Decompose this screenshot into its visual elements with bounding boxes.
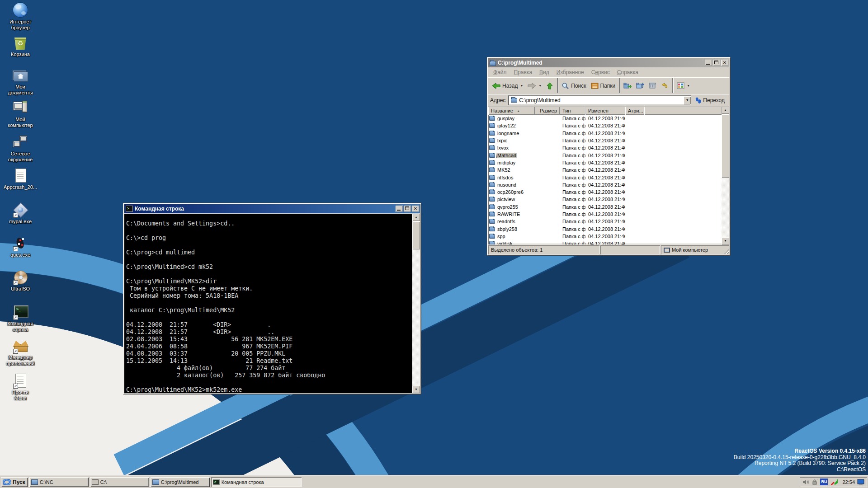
desktop-icon-label: qucs.exe bbox=[1, 252, 40, 258]
up-button[interactable] bbox=[544, 81, 556, 91]
menu-item[interactable]: Правка bbox=[511, 68, 536, 76]
menu-item[interactable]: Справка bbox=[614, 68, 642, 76]
console-scrollbar[interactable]: ▲ ▼ bbox=[412, 214, 420, 393]
desktop-icon[interactable]: Менеджер приложений bbox=[1, 338, 40, 366]
shortcut-arrow-icon bbox=[13, 384, 18, 389]
resize-grip[interactable] bbox=[723, 249, 729, 254]
desktop-icon[interactable]: mypal.exe bbox=[1, 202, 40, 225]
column-header[interactable]: Размер▲ bbox=[535, 107, 560, 115]
menu-item[interactable]: Вид bbox=[536, 68, 552, 76]
explorer-titlebar[interactable]: C:\prog\Multimed ✕ bbox=[488, 58, 729, 67]
folder-icon bbox=[489, 145, 495, 150]
taskbar-button[interactable]: Командная строка bbox=[211, 477, 302, 487]
desktop-icon-label: Корзина bbox=[1, 52, 40, 57]
file-row[interactable]: iplay122 Папка с ф... 04.12.2008 21:46 bbox=[488, 122, 722, 129]
desktop-icon[interactable]: qucs.exe bbox=[1, 236, 40, 258]
go-button[interactable]: Переход bbox=[691, 97, 727, 104]
desktop-icon[interactable]: UltraISO bbox=[1, 270, 40, 292]
desktop-icon-image bbox=[13, 100, 28, 115]
file-row[interactable]: lxpic Папка с ф... 04.12.2008 21:46 bbox=[488, 137, 722, 144]
desktop-icon[interactable]: Корзина bbox=[1, 35, 40, 57]
taskbar-button[interactable]: C:\NC bbox=[29, 477, 89, 487]
maximize-button[interactable] bbox=[713, 60, 720, 66]
address-input[interactable]: C:\prog\Multimed ▼ bbox=[508, 95, 691, 105]
file-row[interactable]: midiplay Папка с ф... 04.12.2008 21:46 bbox=[488, 159, 722, 166]
file-list-scrollbar[interactable]: ▲ ▼ bbox=[722, 107, 729, 244]
desktop-icon[interactable]: Appcrash_20... bbox=[1, 168, 40, 190]
copy-to-button[interactable] bbox=[634, 81, 646, 90]
file-row[interactable]: spp Папка с ф... 04.12.2008 21:46 bbox=[488, 233, 722, 240]
close-button[interactable]: ✕ bbox=[721, 60, 728, 66]
delete-button[interactable] bbox=[646, 81, 658, 90]
menu-item[interactable]: Файл bbox=[490, 68, 510, 76]
file-row[interactable]: sbply258 Папка с ф... 04.12.2008 21:46 bbox=[488, 225, 722, 232]
file-row[interactable]: gusplay Папка с ф... 04.12.2008 21:46 bbox=[488, 115, 722, 122]
console-window-icon bbox=[126, 206, 133, 212]
scroll-down-button[interactable]: ▼ bbox=[412, 386, 420, 393]
file-row[interactable]: ocp260pre6 Папка с ф... 04.12.2008 21:46 bbox=[488, 188, 722, 196]
network-activity-icon[interactable] bbox=[830, 479, 838, 485]
file-row[interactable]: ntfsdos Папка с ф... 04.12.2008 21:46 bbox=[488, 174, 722, 181]
desktop-icon[interactable]: Командная строка bbox=[1, 305, 40, 333]
desktop-icon[interactable]: Сетевое окружение bbox=[1, 135, 40, 163]
desktop-icon-label: Сетевое окружение bbox=[1, 151, 40, 163]
views-button[interactable]: ▼ bbox=[675, 81, 692, 90]
desktop-icon[interactable]: Мои документы bbox=[1, 68, 40, 96]
file-row[interactable]: nusound Папка с ф... 04.12.2008 21:46 bbox=[488, 181, 722, 188]
start-button[interactable]: Пуск bbox=[1, 477, 28, 487]
file-row[interactable]: readntfs Папка с ф... 04.12.2008 21:46 bbox=[488, 218, 722, 225]
scrollbar-thumb[interactable] bbox=[412, 221, 420, 249]
file-row[interactable]: RAWRITE Папка с ф... 04.12.2008 21:46 bbox=[488, 211, 722, 218]
address-label: Адрес bbox=[490, 97, 505, 103]
maximize-button[interactable] bbox=[404, 206, 411, 212]
file-row[interactable]: lxvox Папка с ф... 04.12.2008 21:46 bbox=[488, 144, 722, 151]
scroll-up-button[interactable]: ▲ bbox=[412, 214, 420, 221]
scroll-up-button[interactable]: ▲ bbox=[722, 107, 729, 114]
scrollbar-thumb[interactable] bbox=[722, 114, 729, 178]
show-desktop-icon[interactable] bbox=[857, 479, 864, 485]
file-row[interactable]: viddisk Папка с ф... 04.12.2008 21:46 bbox=[488, 240, 722, 244]
file-row[interactable]: pictview Папка с ф... 04.12.2008 21:46 bbox=[488, 196, 722, 203]
console-text: C:\Documents and Settings>cd.. C:\>cd pr… bbox=[126, 220, 325, 394]
file-row[interactable]: MK52 Папка с ф... 04.12.2008 21:46 bbox=[488, 166, 722, 174]
file-row[interactable]: longname Папка с ф... 04.12.2008 21:46 bbox=[488, 130, 722, 137]
scroll-down-button[interactable]: ▼ bbox=[722, 237, 729, 244]
file-row[interactable]: Mathcad Папка с ф... 04.12.2008 21:46 bbox=[488, 151, 722, 159]
desktop-icon[interactable]: Мой компьютер bbox=[1, 100, 40, 128]
keyboard-layout-indicator[interactable]: RU bbox=[820, 479, 828, 485]
taskbar-button[interactable]: C:\ bbox=[90, 477, 149, 487]
desktop-icon[interactable]: Интернет браузер bbox=[1, 3, 40, 31]
folder-icon bbox=[489, 219, 495, 224]
column-header[interactable]: Изменен▲ bbox=[585, 107, 625, 115]
address-dropdown-button[interactable]: ▼ bbox=[684, 96, 691, 104]
forward-button[interactable]: ▼ bbox=[525, 81, 544, 91]
menu-item[interactable]: Сервис bbox=[588, 68, 613, 76]
path-line: C:\ReactOS bbox=[734, 467, 866, 473]
folders-button[interactable]: Папки bbox=[589, 81, 618, 90]
search-button[interactable]: Поиск bbox=[559, 81, 588, 91]
column-header[interactable]: Название▲ bbox=[488, 107, 535, 115]
console-titlebar[interactable]: Командная строка ✕ bbox=[124, 204, 420, 213]
shortcut-arrow-icon bbox=[13, 246, 18, 251]
console-window: Командная строка ✕ C:\Documents and Sett… bbox=[123, 203, 421, 394]
device-icon[interactable] bbox=[811, 479, 818, 485]
column-header[interactable]: Тип▲ bbox=[560, 107, 585, 115]
undo-button[interactable] bbox=[658, 81, 671, 90]
taskbar-button[interactable]: C:\prog\Multimed bbox=[151, 477, 210, 487]
reactos-desktop: { "desktop": { "background_color": "#174… bbox=[0, 0, 868, 488]
desktop-icon[interactable]: Прочти Меня bbox=[1, 373, 40, 401]
minimize-button[interactable] bbox=[396, 206, 403, 212]
tray-clock[interactable]: 22:54 bbox=[842, 479, 855, 485]
move-to-button[interactable] bbox=[621, 81, 634, 90]
volume-icon[interactable] bbox=[802, 479, 809, 485]
folder-icon bbox=[489, 160, 495, 165]
close-button[interactable]: ✕ bbox=[412, 206, 419, 212]
file-row[interactable]: qvpro255 Папка с ф... 04.12.2008 21:46 bbox=[488, 203, 722, 211]
minimize-button[interactable] bbox=[705, 60, 712, 66]
folder-icon bbox=[489, 168, 495, 172]
back-button[interactable]: Назад▼ bbox=[490, 81, 525, 91]
column-header[interactable]: Атри...▲ bbox=[625, 107, 644, 115]
menu-item[interactable]: Избранное bbox=[553, 68, 587, 76]
desktop-icon-image bbox=[13, 68, 28, 82]
folder-icon bbox=[489, 227, 495, 231]
